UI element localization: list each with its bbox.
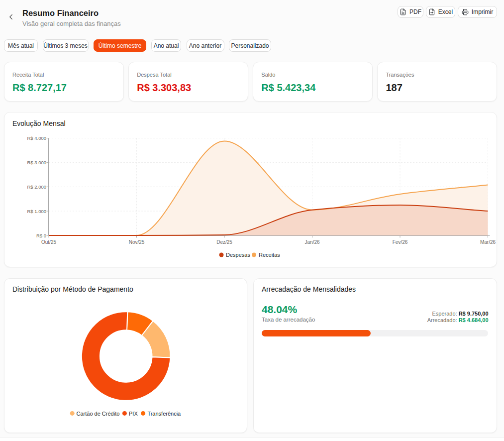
svg-text:Dez/25: Dez/25 <box>216 239 232 245</box>
svg-text:R$ 0: R$ 0 <box>36 233 46 238</box>
svg-text:Cartão de Crédito: Cartão de Crédito <box>77 410 120 416</box>
svg-text:Transferência: Transferência <box>147 410 181 416</box>
svg-text:Receitas: Receitas <box>259 252 280 258</box>
svg-text:Jan/26: Jan/26 <box>304 239 319 245</box>
svg-text:Nov/25: Nov/25 <box>129 239 145 245</box>
svg-text:Despesas: Despesas <box>226 252 250 258</box>
svg-text:Fev/26: Fev/26 <box>393 239 408 245</box>
svg-text:Out/25: Out/25 <box>41 239 56 245</box>
svg-text:R$ 4.000: R$ 4.000 <box>27 135 46 141</box>
svg-text:PIX: PIX <box>129 410 138 416</box>
svg-text:Mar/26: Mar/26 <box>480 239 496 245</box>
svg-text:R$ 3.000: R$ 3.000 <box>27 160 46 165</box>
svg-text:R$ 2.000: R$ 2.000 <box>27 184 46 190</box>
svg-text:R$ 1.000: R$ 1.000 <box>27 209 46 214</box>
